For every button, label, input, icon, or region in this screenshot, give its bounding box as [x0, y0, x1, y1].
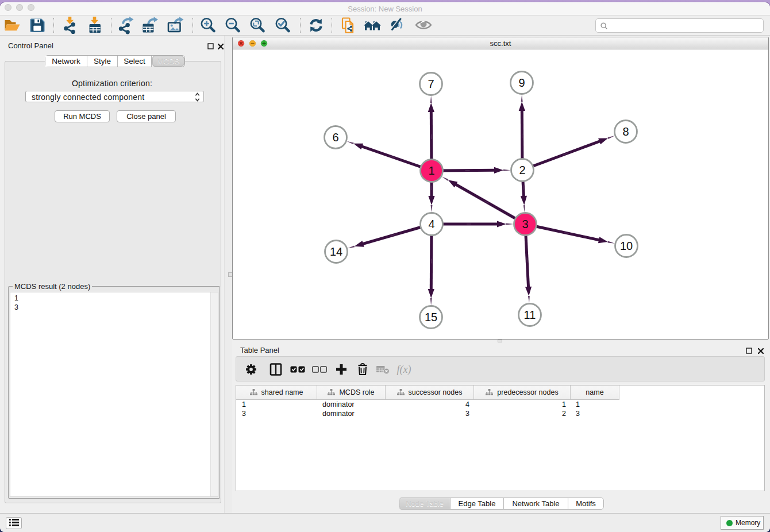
- network-window-title: scc.txt: [233, 39, 768, 48]
- zoom-selected-button[interactable]: [274, 16, 293, 34]
- node-4[interactable]: 4: [421, 213, 443, 236]
- control-panel-float-button[interactable]: [207, 43, 214, 49]
- table-panel-float-button[interactable]: [746, 348, 752, 354]
- vertical-splitter[interactable]: [224, 36, 232, 513]
- table-row-3[interactable]: 3dominator323: [236, 409, 764, 418]
- arrow-tail: [431, 205, 433, 213]
- result-scrollbar[interactable]: [210, 292, 218, 496]
- tab-edge-table[interactable]: Edge Table: [451, 498, 504, 509]
- column-header-shared-name[interactable]: shared name: [236, 385, 317, 399]
- delete-column-button[interactable]: [353, 361, 372, 378]
- criterion-dropdown[interactable]: strongly connected component: [25, 91, 204, 102]
- dev-panel-button[interactable]: [6, 517, 22, 529]
- edge-4-3[interactable]: [432, 221, 514, 227]
- arrow-tail: [430, 298, 432, 306]
- node-3[interactable]: 3: [514, 213, 537, 236]
- status-bar: Memory: [0, 513, 770, 532]
- node-11[interactable]: 11: [519, 304, 541, 326]
- export-table-button[interactable]: [140, 16, 160, 34]
- import-table-button[interactable]: [85, 16, 105, 34]
- node-14[interactable]: 14: [325, 241, 348, 263]
- unchecked-boxes-icon: [310, 361, 329, 378]
- show-all-columns-button[interactable]: [288, 361, 307, 378]
- node-7[interactable]: 7: [420, 73, 442, 95]
- cell-predecessor-nodes[interactable]: 1: [474, 400, 566, 408]
- float-icon: [207, 43, 214, 49]
- hierarchy-icon: [250, 389, 257, 396]
- tab-node-table[interactable]: Node Table: [399, 498, 451, 509]
- mcds-result-list[interactable]: 1 3: [10, 292, 218, 497]
- node-1[interactable]: 1: [421, 160, 443, 182]
- close-panel-button[interactable]: Close panel: [117, 110, 176, 122]
- import-network-button[interactable]: [60, 16, 80, 34]
- tab-select[interactable]: Select: [118, 56, 152, 67]
- zoom-in-button[interactable]: [199, 16, 218, 34]
- import-network-icon: [60, 16, 80, 34]
- column-header-predecessor-nodes[interactable]: predecessor nodes: [474, 385, 571, 399]
- zoom-fit-button[interactable]: [248, 16, 268, 34]
- function-builder-button[interactable]: f(x): [395, 361, 413, 378]
- hide-all-columns-button[interactable]: [310, 361, 329, 378]
- table-panel-close-button[interactable]: [757, 348, 764, 354]
- save-session-button[interactable]: [28, 16, 47, 34]
- delete-table-button[interactable]: [374, 361, 392, 378]
- edge-4-15[interactable]: [428, 224, 434, 306]
- open-session-button[interactable]: [3, 16, 22, 34]
- cell-shared-name[interactable]: 1: [242, 400, 246, 408]
- search-icon: [600, 22, 608, 30]
- cell-predecessor-nodes[interactable]: 2: [474, 410, 566, 418]
- node-10[interactable]: 10: [615, 235, 638, 257]
- cell-shared-name[interactable]: 3: [242, 410, 246, 418]
- node-2[interactable]: 2: [511, 159, 534, 182]
- tab-motifs[interactable]: Motifs: [568, 498, 603, 509]
- node-label: 3: [522, 218, 528, 230]
- cell-MCDS-role[interactable]: dominator: [322, 410, 355, 418]
- cell-MCDS-role[interactable]: dominator: [322, 400, 355, 408]
- tab-style[interactable]: Style: [87, 56, 118, 67]
- table-row-1[interactable]: 1dominator411: [236, 400, 764, 409]
- plus-icon: [332, 361, 351, 378]
- tab-network[interactable]: Network: [45, 56, 87, 67]
- network-canvas[interactable]: 1234678910111415: [233, 50, 768, 339]
- edge-4-14[interactable]: [348, 224, 432, 248]
- edge-3-10[interactable]: [525, 224, 615, 244]
- save-icon: [28, 16, 47, 34]
- memory-button[interactable]: Memory: [721, 516, 764, 530]
- edge-3-1[interactable]: [442, 176, 525, 224]
- export-image-button[interactable]: [165, 16, 185, 34]
- tab-mcds[interactable]: MCDS: [152, 56, 184, 67]
- cell-successor-nodes[interactable]: 3: [386, 410, 469, 418]
- network-window-titlebar[interactable]: scc.txt: [233, 37, 768, 49]
- edge-1-6[interactable]: [346, 141, 432, 171]
- node-6[interactable]: 6: [325, 126, 347, 149]
- cell-name[interactable]: 1: [576, 400, 580, 408]
- node-15[interactable]: 15: [420, 306, 442, 329]
- export-image-icon: [165, 16, 185, 34]
- table-settings-button[interactable]: [242, 361, 260, 378]
- main-toolbar: [0, 16, 770, 36]
- column-header-name[interactable]: name: [571, 385, 619, 399]
- hide-selected-button[interactable]: [387, 16, 407, 34]
- apply-layout-button[interactable]: [306, 16, 326, 34]
- tab-network-table[interactable]: Network Table: [504, 498, 568, 509]
- export-network-button[interactable]: [116, 16, 136, 34]
- zoom-out-button[interactable]: [224, 16, 243, 34]
- column-header-label: name: [586, 388, 603, 396]
- clone-network-button[interactable]: [338, 16, 357, 34]
- add-column-button[interactable]: [332, 361, 351, 378]
- run-mcds-button[interactable]: Run MCDS: [55, 110, 110, 122]
- split-table-button[interactable]: [267, 361, 285, 378]
- show-all-button[interactable]: [414, 16, 433, 34]
- column-header-successor-nodes[interactable]: successor nodes: [386, 385, 474, 399]
- search-input[interactable]: [611, 20, 760, 32]
- table-panel: Table Panel: [232, 342, 770, 513]
- cell-name[interactable]: 3: [576, 410, 580, 418]
- cell-successor-nodes[interactable]: 4: [386, 400, 469, 408]
- edge-2-8[interactable]: [522, 136, 615, 170]
- column-header-MCDS-role[interactable]: MCDS role: [317, 385, 386, 399]
- arrow-tail: [608, 136, 615, 139]
- control-panel-close-button[interactable]: [217, 43, 224, 50]
- first-neighbors-button[interactable]: [363, 16, 382, 34]
- node-8[interactable]: 8: [615, 121, 637, 143]
- node-9[interactable]: 9: [511, 72, 533, 94]
